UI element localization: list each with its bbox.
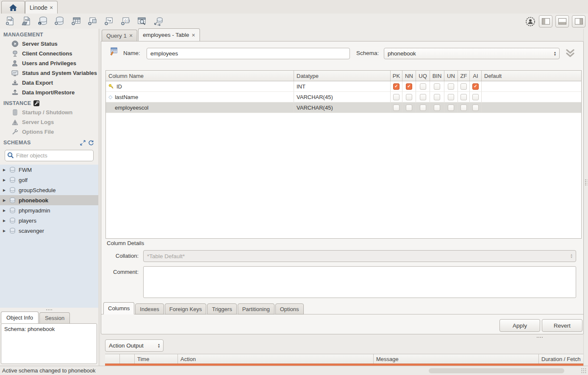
column-row-id[interactable]: ID INT ✓ ✓ ✓ ✓ ✓ ✓ ✓: [106, 81, 581, 92]
tab-triggers[interactable]: Triggers: [207, 303, 236, 314]
un-checkbox[interactable]: ✓: [448, 94, 454, 100]
column-row-lastname[interactable]: ◇lastName VARCHAR(45) ✓ ✓ ✓ ✓ ✓ ✓ ✓: [106, 92, 581, 102]
zf-checkbox[interactable]: ✓: [460, 105, 467, 111]
column-default[interactable]: [482, 81, 581, 91]
output-header-status-icon-col[interactable]: [105, 354, 120, 364]
expander-icon[interactable]: ▶: [3, 209, 6, 212]
header-ai[interactable]: AI: [470, 71, 482, 81]
tab-object-info[interactable]: Object Info: [1, 312, 39, 323]
toggle-left-panel-button[interactable]: [539, 15, 552, 28]
output-header-action[interactable]: Action: [178, 354, 374, 364]
tab-foreign-keys[interactable]: Foreign Keys: [165, 303, 207, 314]
create-procedure-icon[interactable]: [103, 16, 114, 27]
data-transfer-icon[interactable]: [153, 16, 164, 27]
expander-icon[interactable]: ▶: [3, 188, 6, 192]
toggle-bottom-panel-button[interactable]: [555, 15, 569, 28]
pk-checkbox[interactable]: ✓: [393, 94, 399, 100]
schema-item-players[interactable]: ▶ players: [0, 215, 98, 226]
sidebar-item-client-connections[interactable]: Client Connections: [0, 49, 98, 58]
nn-checkbox[interactable]: ✓: [406, 94, 412, 100]
uq-checkbox[interactable]: ✓: [420, 105, 426, 111]
header-uq[interactable]: UQ: [416, 71, 430, 81]
close-icon[interactable]: ×: [129, 32, 133, 39]
close-icon[interactable]: ×: [192, 32, 195, 39]
expander-icon[interactable]: ▶: [3, 219, 6, 223]
bin-checkbox[interactable]: ✓: [434, 105, 440, 111]
un-checkbox[interactable]: ✓: [448, 83, 454, 90]
schema-item-golf[interactable]: ▶ golf: [0, 175, 98, 185]
right-panel-collapsed-strip[interactable]: [583, 29, 588, 366]
schema-item-phpmyadmin[interactable]: ▶ phpmyadmin: [0, 205, 98, 215]
header-nn[interactable]: NN: [402, 71, 416, 81]
open-sql-script-icon[interactable]: SQL: [21, 16, 32, 27]
output-header-time[interactable]: Time: [135, 354, 178, 364]
comment-textarea[interactable]: [143, 266, 576, 298]
bin-checkbox[interactable]: ✓: [434, 94, 440, 100]
collation-select[interactable]: *Table Default* ▴▾: [143, 250, 576, 262]
header-datatype[interactable]: Datatype: [294, 71, 391, 81]
schema-item-fwm[interactable]: ▶ FWM: [0, 165, 98, 175]
toggle-right-panel-button[interactable]: [572, 15, 585, 28]
output-header-message[interactable]: Message: [374, 354, 539, 364]
schema-item-groupschedule[interactable]: ▶ groupSchedule: [0, 185, 98, 195]
sidebar-item-data-export[interactable]: Data Export: [0, 78, 98, 88]
create-schema-icon[interactable]: [54, 16, 65, 27]
sidebar-item-options-file[interactable]: Options File: [0, 127, 98, 137]
sidebar-item-users-privileges[interactable]: Users and Privileges: [0, 58, 98, 68]
create-table-icon[interactable]: [70, 16, 81, 27]
uq-checkbox[interactable]: ✓: [420, 83, 426, 90]
header-zf[interactable]: ZF: [458, 71, 470, 81]
ai-checkbox[interactable]: ✓: [472, 105, 479, 111]
output-header-duration[interactable]: Duration / Fetch: [539, 354, 588, 364]
schema-item-scavenger[interactable]: ▶ scavenger: [0, 226, 98, 236]
uq-checkbox[interactable]: ✓: [420, 94, 426, 100]
table-search-icon[interactable]: [136, 16, 147, 27]
header-pk[interactable]: PK: [391, 71, 402, 81]
output-selector[interactable]: Action Output ▴▾: [105, 339, 164, 352]
output-splitter[interactable]: [536, 336, 543, 339]
connection-tab[interactable]: Linode ×: [25, 1, 58, 14]
header-bin[interactable]: BIN: [430, 71, 444, 81]
new-sql-editor-icon[interactable]: SQL: [4, 16, 15, 27]
create-view-icon[interactable]: [87, 16, 98, 27]
refresh-schemas-icon[interactable]: [88, 140, 94, 146]
expander-icon[interactable]: ▶: [3, 178, 6, 182]
tab-session[interactable]: Session: [39, 312, 70, 323]
sidebar-item-server-logs[interactable]: Server Logs: [0, 117, 98, 127]
close-icon[interactable]: ×: [50, 4, 53, 11]
sidebar-item-startup-shutdown[interactable]: Startup / Shutdown: [0, 108, 98, 117]
window-resize-grip[interactable]: [581, 368, 587, 374]
schema-item-phonebook[interactable]: ▶ phonebook: [0, 195, 98, 205]
column-default[interactable]: [482, 92, 581, 102]
header-un[interactable]: UN: [444, 71, 458, 81]
expander-icon[interactable]: ▶: [3, 229, 6, 233]
schema-inspector-icon[interactable]: i: [37, 16, 48, 27]
ai-checkbox[interactable]: ✓: [472, 94, 479, 100]
nn-checkbox[interactable]: ✓: [406, 83, 412, 90]
header-column-name[interactable]: Column Name: [106, 71, 294, 81]
expand-header-chevron-icon[interactable]: [565, 49, 575, 58]
schema-select[interactable]: phonebook ▴▾: [384, 48, 560, 59]
expand-schemas-icon[interactable]: [80, 140, 86, 146]
pk-checkbox[interactable]: ✓: [393, 83, 399, 90]
revert-button[interactable]: Revert: [542, 319, 582, 332]
tab-query-1[interactable]: Query 1 ×: [102, 30, 137, 41]
un-checkbox[interactable]: ✓: [448, 105, 454, 111]
schema-filter-input[interactable]: [5, 150, 94, 161]
ai-checkbox[interactable]: ✓: [472, 83, 479, 90]
sidebar-item-status-system-variables[interactable]: Status and System Variables: [0, 68, 98, 78]
expander-icon[interactable]: ▶: [3, 168, 6, 172]
sidebar-item-server-status[interactable]: Server Status: [0, 39, 98, 49]
output-header-index-col[interactable]: [120, 354, 135, 364]
tab-columns[interactable]: Columns: [103, 302, 134, 314]
zf-checkbox[interactable]: ✓: [460, 94, 467, 100]
tab-indexes[interactable]: Indexes: [135, 303, 164, 314]
zf-checkbox[interactable]: ✓: [460, 83, 467, 90]
horizontal-scrollbar[interactable]: [429, 368, 564, 373]
table-name-input[interactable]: [147, 48, 350, 59]
create-function-icon[interactable]: {(): [120, 16, 131, 27]
apply-button[interactable]: Apply: [499, 319, 540, 332]
home-tab[interactable]: [1, 1, 25, 14]
bin-checkbox[interactable]: ✓: [434, 83, 440, 90]
sidebar-item-data-import[interactable]: Data Import/Restore: [0, 88, 98, 97]
